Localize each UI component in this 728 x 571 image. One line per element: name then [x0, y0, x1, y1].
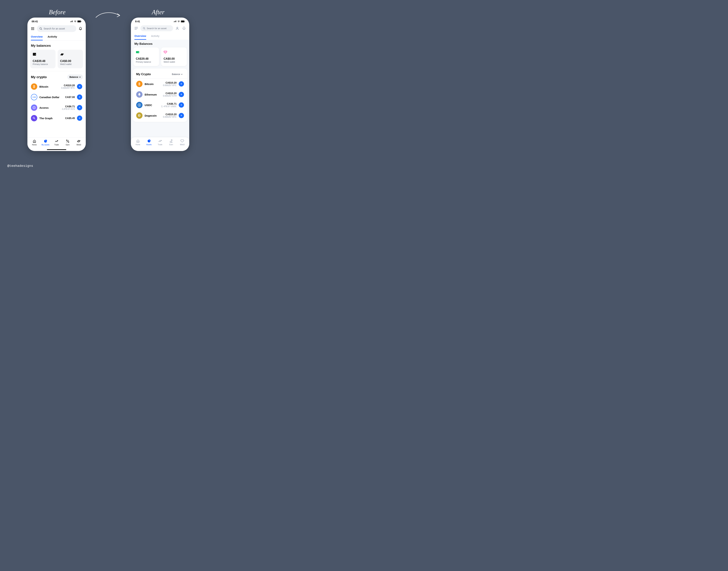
nav-trade[interactable]: Trade	[155, 139, 165, 151]
balance-card-web3[interactable]: CA$0.00 Web3 wallet	[161, 47, 187, 66]
asset-row-ethereum[interactable]: Ethereum CA$10.20 0.000257 ETH +	[135, 89, 185, 100]
balance-dropdown[interactable]: Balance	[170, 72, 185, 77]
bottom-nav: Home Assets Trade Earn Web3	[131, 137, 189, 151]
add-button[interactable]: +	[179, 102, 184, 108]
svg-point-8	[33, 28, 34, 29]
nav-home[interactable]: Home	[133, 139, 143, 151]
planet-icon	[77, 139, 81, 143]
tab-overview[interactable]: Overview	[134, 34, 146, 40]
nav-label: Earn	[66, 144, 70, 146]
svg-point-24	[68, 142, 69, 142]
add-button[interactable]: +	[77, 105, 82, 110]
access-icon	[31, 105, 37, 111]
search-placeholder: Search for an asset	[147, 27, 167, 30]
nav-label: Earn	[169, 144, 173, 145]
tabs: Overview Activity	[131, 33, 189, 40]
svg-rect-2	[81, 21, 82, 22]
asset-name: Access	[39, 106, 60, 109]
nav-web3[interactable]: Web3	[74, 139, 84, 151]
add-button[interactable]: +	[77, 116, 82, 121]
asset-values: CA$10.20 0.000257 BTC	[163, 113, 177, 118]
profile-icon[interactable]	[175, 26, 180, 31]
asset-name: Bitcoin	[39, 85, 59, 88]
planet-icon	[60, 52, 81, 56]
trend-icon	[55, 139, 59, 143]
tab-overview[interactable]: Overview	[31, 35, 43, 40]
add-button[interactable]: +	[179, 113, 184, 118]
nav-home[interactable]: Home	[29, 139, 39, 151]
top-bar: Search for an asset	[131, 24, 189, 33]
svg-text:$: $	[139, 104, 140, 106]
asset-fiat: CA$7.00	[65, 96, 75, 99]
svg-point-5	[33, 27, 34, 28]
asset-row-usdc[interactable]: $ USDC CA$6.71 2, 476.57 USDC +	[135, 100, 185, 110]
asset-row-cad[interactable]: CA$ Canadian Dollar CA$7.00 +	[30, 92, 83, 102]
home-indicator	[47, 149, 66, 150]
asset-fiat: CA$10.20	[61, 84, 75, 87]
search-input[interactable]: Search for an asset	[141, 25, 173, 31]
grid-menu-icon[interactable]	[30, 26, 35, 31]
nav-label: My assets	[41, 144, 50, 146]
asset-list: ₿ Bitcoin CA$10.20 0.000257 BTC + Ethere…	[133, 79, 187, 121]
status-icons	[174, 20, 185, 22]
tab-activity[interactable]: Activity	[151, 34, 160, 40]
asset-sub: 2, 476.57 USDC	[161, 105, 177, 108]
pie-chart-icon	[147, 139, 151, 143]
home-icon	[32, 139, 36, 143]
balance-label: Primary balance	[136, 61, 157, 63]
search-icon	[143, 27, 145, 29]
search-input[interactable]: Search for an asset	[37, 25, 76, 32]
asset-name: USDC	[145, 104, 159, 107]
asset-sub: 0.000257 ETH	[163, 95, 177, 97]
asset-fiat: CA$5.45	[65, 117, 75, 120]
asset-name: Bitcoin	[145, 83, 161, 86]
balance-amount: CA$0.00	[60, 60, 81, 63]
svg-point-9	[31, 29, 32, 30]
add-button[interactable]: +	[77, 84, 82, 89]
credit-label: @teehadesigns	[7, 164, 33, 168]
svg-point-41	[171, 140, 172, 141]
before-label: Before	[49, 8, 66, 16]
bell-icon[interactable]	[182, 26, 186, 31]
asset-row-graph[interactable]: The Graph CA$5.45 +	[30, 113, 83, 123]
balance-card-primary[interactable]: CA$39.48 Primary balance	[30, 50, 56, 68]
diamond-icon	[180, 139, 184, 143]
asset-sub: 2,476.57 ACS	[62, 108, 75, 110]
asset-row-dogecoin[interactable]: Ð Dogecoin CA$10.20 0.000257 BTC +	[135, 110, 185, 121]
svg-line-13	[41, 29, 42, 30]
nav-web3[interactable]: Web3	[177, 139, 187, 151]
asset-name: Canadian Dollar	[39, 96, 63, 99]
hand-coin-icon	[169, 139, 173, 143]
pie-chart-icon	[43, 139, 48, 143]
tab-activity[interactable]: Activity	[48, 35, 57, 40]
add-button[interactable]: +	[179, 92, 184, 97]
nav-earn[interactable]: Earn	[166, 139, 176, 151]
balance-card-primary[interactable]: CA$39.48 Primary balance	[133, 47, 159, 66]
balance-label: Web3 wallet	[164, 61, 184, 63]
svg-point-12	[40, 27, 41, 29]
hamburger-icon[interactable]	[134, 26, 139, 31]
asset-row-access[interactable]: Access CA$6.71 2,476.57 ACS +	[30, 102, 83, 113]
asset-row-bitcoin[interactable]: ₿ Bitcoin CA$10.20 0.000257 BTC +	[135, 79, 185, 89]
svg-point-16	[35, 54, 36, 55]
add-button[interactable]: +	[179, 81, 184, 87]
status-bar: 9:41	[131, 18, 189, 24]
asset-sub: 0.000257 BTC	[163, 84, 177, 87]
svg-point-23	[67, 140, 67, 141]
svg-rect-15	[33, 53, 36, 54]
asset-values: CA$6.71 2,476.57 ACS	[62, 105, 75, 110]
add-button[interactable]: +	[77, 95, 82, 100]
svg-point-6	[31, 28, 32, 29]
balance-card-web3[interactable]: CA$0.00 Web3 wallet	[58, 50, 83, 68]
dogecoin-icon: Ð	[136, 112, 143, 119]
nav-assets[interactable]: Assets	[144, 139, 154, 151]
usdc-icon: $	[136, 102, 143, 108]
status-icons	[70, 20, 82, 22]
svg-point-34	[143, 27, 145, 29]
bell-icon[interactable]	[78, 26, 83, 31]
balance-dropdown[interactable]: Balance	[67, 75, 83, 80]
asset-row-bitcoin[interactable]: ₿ Bitcoin CA$10.20 0.000257 BTC +	[30, 81, 83, 92]
balances-row: CA$39.48 Primary balance CA$0.00 Web3 wa…	[27, 50, 86, 71]
svg-line-35	[145, 29, 145, 29]
asset-list: ₿ Bitcoin CA$10.20 0.000257 BTC + CA$ Ca…	[27, 81, 86, 123]
